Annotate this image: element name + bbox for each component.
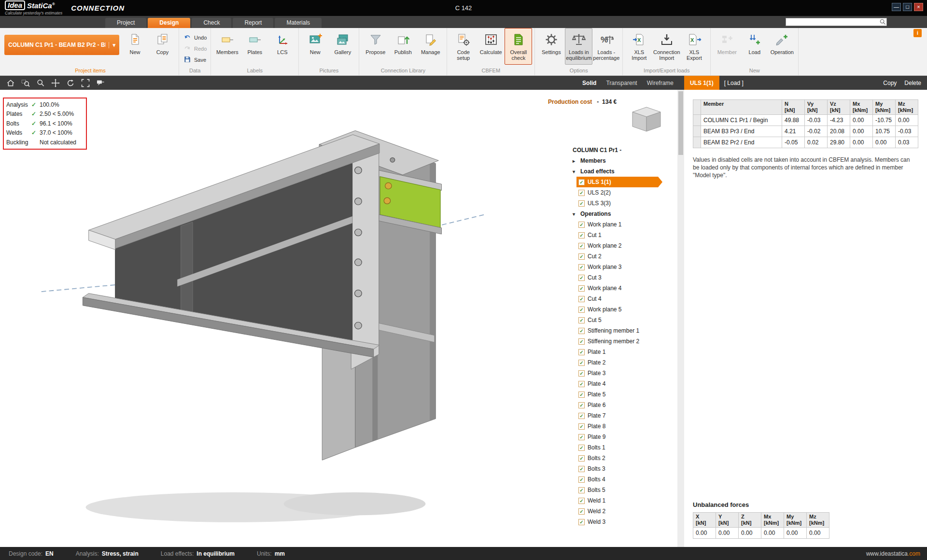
value-cell[interactable]: 0.00 (850, 126, 873, 137)
loads-in-equilibrium-button[interactable]: Loads in equilibrium (565, 28, 592, 65)
info-icon[interactable]: i (913, 29, 922, 37)
tree-item-bolts-2[interactable]: ✓Bolts 2 (576, 453, 662, 463)
value-cell[interactable]: 0.00 (850, 115, 873, 126)
checkbox-icon[interactable]: ✓ (578, 455, 585, 462)
code-setup-button[interactable]: Code setup (449, 28, 477, 65)
tree-item-work-plane-4[interactable]: ✓Work plane 4 (576, 283, 662, 294)
tab-check[interactable]: Check (192, 18, 231, 28)
zoom-icon[interactable] (33, 77, 48, 89)
website-link[interactable]: www.ideastatica.com (866, 550, 920, 557)
search-icon[interactable] (879, 19, 886, 25)
fit-view-icon[interactable] (78, 77, 93, 89)
value-cell[interactable]: -0.03 (896, 126, 918, 137)
copy-button[interactable]: Copy (149, 28, 176, 65)
tree-item-uls-3-3[interactable]: ✓ULS 3(3) (576, 198, 662, 209)
checkbox-icon[interactable]: ✓ (578, 360, 585, 366)
value-cell[interactable]: 4.21 (782, 126, 805, 137)
checkbox-icon[interactable]: ✓ (578, 349, 585, 355)
value-cell[interactable]: -4.23 (828, 115, 850, 126)
expanded-caret-icon[interactable]: ▾ (573, 211, 579, 217)
tab-materials[interactable]: Materials (275, 18, 322, 28)
checkbox-icon[interactable]: ✓ (578, 222, 585, 228)
load-button[interactable]: Load (741, 28, 768, 65)
calculate-button[interactable]: Calculate (477, 28, 505, 65)
xls-export-button[interactable]: XXLS Export (680, 28, 708, 65)
checkbox-icon[interactable]: ✓ (578, 413, 585, 419)
value-cell[interactable]: 0.00 (850, 137, 873, 148)
tree-item-bolts-3[interactable]: ✓Bolts 3 (576, 463, 662, 474)
column-c1-pr1-beam-b2-pr2-be-dropdown[interactable]: COLUMN C1 Pr1 - BEAM B2 Pr2 - BE▾ (4, 35, 119, 55)
new-button[interactable]: New (301, 28, 329, 65)
value-cell[interactable]: 0.00 (896, 115, 918, 126)
value-cell[interactable]: -0.03 (805, 115, 828, 126)
redo-button[interactable]: Redo (182, 44, 208, 53)
end-plate[interactable] (351, 138, 379, 369)
value-cell[interactable]: 10.75 (873, 126, 896, 137)
checkbox-icon[interactable]: ✓ (578, 381, 585, 387)
close-icon[interactable]: × (914, 3, 923, 11)
tab-report[interactable]: Report (233, 18, 273, 28)
value-cell[interactable]: 0.02 (805, 137, 828, 148)
tree-item-cut-5[interactable]: ✓Cut 5 (576, 315, 662, 325)
bolt[interactable] (384, 197, 390, 204)
tree-item-plate-3[interactable]: ✓Plate 3 (576, 368, 662, 378)
expanded-caret-icon[interactable]: ▾ (573, 169, 579, 174)
view-mode-transparent[interactable]: Transparent (606, 80, 637, 86)
publish-button[interactable]: Publish (389, 28, 417, 65)
checkbox-icon[interactable]: ✓ (578, 434, 585, 440)
tree-item-weld-3[interactable]: ✓Weld 3 (576, 517, 662, 527)
copy-button[interactable]: Copy (883, 80, 897, 86)
tree-item-cut-2[interactable]: ✓Cut 2 (576, 251, 662, 262)
tree-item-bolts-1[interactable]: ✓Bolts 1 (576, 442, 662, 453)
tree-section-load-effects[interactable]: ▾Load effects (570, 166, 675, 177)
operation-button[interactable]: Operation (768, 28, 796, 65)
tree-item-cut-3[interactable]: ✓Cut 3 (576, 272, 662, 283)
tree-section-operations[interactable]: ▾Operations (570, 209, 675, 219)
checkbox-icon[interactable]: ✓ (578, 338, 585, 345)
tree-scrollbar[interactable] (677, 90, 684, 547)
load-case-title[interactable]: ULS 1(1) (684, 76, 719, 90)
tree-item-plate-7[interactable]: ✓Plate 7 (576, 410, 662, 421)
new-button[interactable]: New (121, 28, 149, 65)
view-mode-solid[interactable]: Solid (582, 80, 596, 86)
checkbox-icon[interactable]: ✓ (578, 487, 585, 493)
tree-item-stiffening-member-2[interactable]: ✓Stiffening member 2 (576, 336, 662, 347)
checkbox-icon[interactable]: ✓ (578, 307, 585, 313)
checkbox-icon[interactable]: ✓ (578, 508, 585, 515)
overall-check-button[interactable]: Overall check (505, 28, 532, 65)
lcs-button[interactable]: LCS (268, 28, 296, 65)
tab-design[interactable]: Design (148, 18, 190, 28)
checkbox-icon[interactable]: ✓ (578, 370, 585, 377)
undo-button[interactable]: Undo (182, 33, 208, 42)
view-cube[interactable] (628, 105, 665, 135)
tree-item-work-plane-2[interactable]: ✓Work plane 2 (576, 240, 662, 251)
value-cell[interactable]: 0.03 (896, 137, 918, 148)
checkbox-icon[interactable]: ✓ (578, 423, 585, 430)
manage-button[interactable]: Manage (417, 28, 444, 65)
checkbox-icon[interactable]: ✓ (578, 392, 585, 398)
checkbox-icon[interactable]: ✓ (578, 253, 585, 260)
tree-item-uls-2-2[interactable]: ✓ULS 2(2) (576, 187, 662, 198)
checkbox-icon[interactable]: ✓ (578, 264, 585, 270)
tree-item-work-plane-1[interactable]: ✓Work plane 1 (576, 219, 662, 230)
tree-item-cut-4[interactable]: ✓Cut 4 (576, 294, 662, 304)
save-button[interactable]: Save (182, 55, 208, 64)
checkbox-icon[interactable]: ✓ (578, 285, 585, 292)
value-cell[interactable]: 0.00 (873, 137, 896, 148)
tree-item-plate-6[interactable]: ✓Plate 6 (576, 400, 662, 410)
value-cell[interactable]: -0.02 (805, 126, 828, 137)
tree-root-item[interactable]: COLUMN C1 Pr1 - (570, 145, 675, 155)
collapsed-caret-icon[interactable]: ▸ (573, 158, 579, 164)
checkbox-icon[interactable]: ✓ (578, 243, 585, 249)
maximize-icon[interactable]: □ (903, 3, 912, 11)
tree-item-plate-5[interactable]: ✓Plate 5 (576, 389, 662, 400)
checkbox-icon[interactable]: ✓ (578, 190, 585, 196)
tree-item-stiffening-member-1[interactable]: ✓Stiffening member 1 (576, 325, 662, 336)
propose-button[interactable]: Propose (362, 28, 389, 65)
home-icon[interactable] (3, 77, 18, 89)
value-cell[interactable]: -0.05 (782, 137, 805, 148)
gallery-button[interactable]: Gallery (329, 28, 356, 65)
tree-item-plate-4[interactable]: ✓Plate 4 (576, 378, 662, 389)
value-cell[interactable]: 29.80 (828, 137, 850, 148)
members-button[interactable]: Members (213, 28, 241, 65)
